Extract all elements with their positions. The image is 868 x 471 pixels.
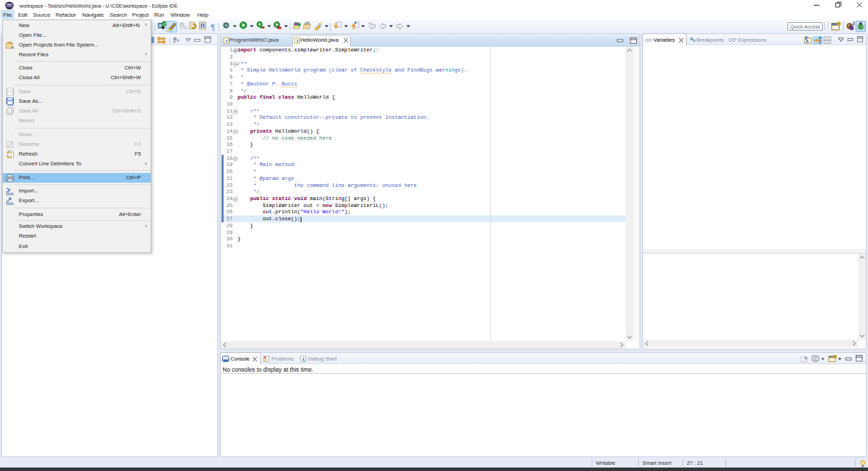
- svg-text:¶: ¶: [210, 22, 215, 32]
- svg-text:J: J: [852, 22, 855, 27]
- svg-text:(x)=: (x)=: [645, 38, 653, 43]
